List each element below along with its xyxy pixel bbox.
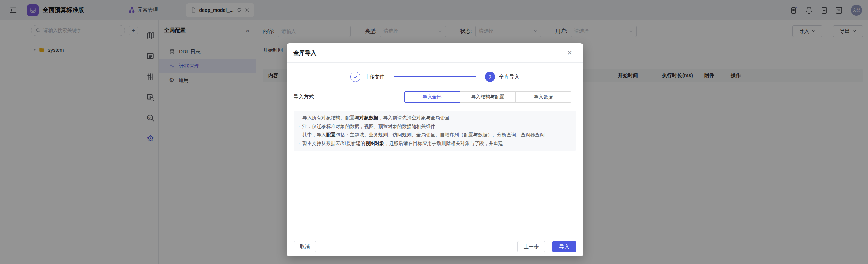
steps-indicator: 上传文件 2 全库导入 bbox=[294, 72, 576, 82]
full-db-import-modal: 全库导入 ✕ 上传文件 2 全库导入 导入方式 导入全部 导入结构与配置 导入数… bbox=[287, 43, 583, 256]
modal-body: 上传文件 2 全库导入 导入方式 导入全部 导入结构与配置 导入数据 ·导入所有… bbox=[287, 63, 583, 237]
step-2-label: 全库导入 bbox=[499, 74, 519, 80]
cancel-button[interactable]: 取消 bbox=[294, 241, 316, 252]
import-mode-row: 导入方式 导入全部 导入结构与配置 导入数据 bbox=[294, 91, 576, 103]
modal-notes: ·导入所有对象结构、配置与对象数据，导入前请先清空对象与全局变量·注：仅迁移标准… bbox=[294, 111, 576, 151]
previous-step-button[interactable]: 上一步 bbox=[517, 241, 545, 252]
step-1-label: 上传文件 bbox=[364, 74, 385, 80]
import-mode-label: 导入方式 bbox=[294, 94, 314, 100]
import-mode-segmented: 导入全部 导入结构与配置 导入数据 bbox=[404, 91, 571, 103]
step-2-circle: 2 bbox=[485, 72, 495, 82]
step-connector bbox=[394, 76, 476, 77]
step-1-check-icon bbox=[350, 72, 360, 82]
modal-footer: 取消 上一步 导入 bbox=[287, 237, 583, 256]
app-root: 全面预算标准版 元素管理 deep_model_... bbox=[0, 0, 868, 264]
note-line: ·导入所有对象结构、配置与对象数据，导入前请先清空对象与全局变量 bbox=[298, 114, 571, 122]
note-line: ·其中，导入配置包括：主题域、业务规则、访问规则、全局变量、自增序列（配置与数据… bbox=[298, 131, 571, 139]
note-line: ·暂不支持从数据表/维度新建的视图对象，迁移后请在目标应用手动删除相关对象与字段… bbox=[298, 139, 571, 148]
mode-option-structure-config[interactable]: 导入结构与配置 bbox=[460, 91, 516, 103]
note-line: ·注：仅迁移标准对象的数据，视图、预置对象的数据随相关组件 bbox=[298, 122, 571, 131]
confirm-import-button[interactable]: 导入 bbox=[552, 241, 576, 252]
modal-close-icon[interactable]: ✕ bbox=[567, 50, 572, 56]
modal-header: 全库导入 ✕ bbox=[287, 43, 583, 63]
modal-title: 全库导入 bbox=[293, 49, 316, 57]
mode-option-all[interactable]: 导入全部 bbox=[404, 91, 460, 103]
mode-option-data[interactable]: 导入数据 bbox=[515, 91, 571, 103]
